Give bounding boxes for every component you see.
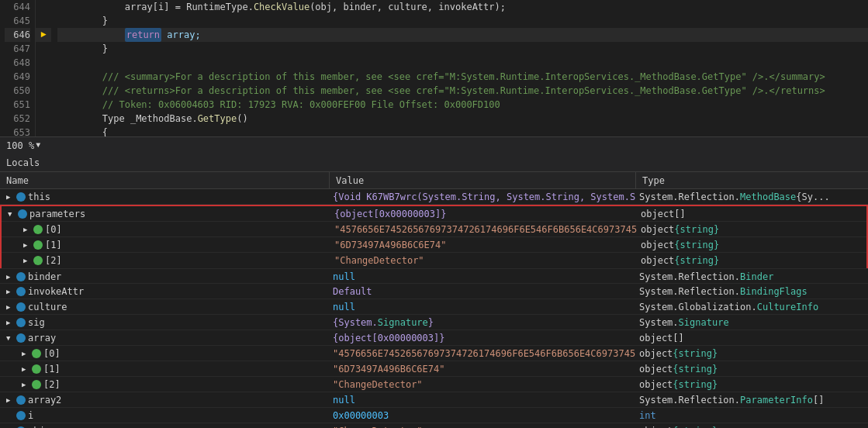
code-content: array[i] = RuntimeType.CheckValue(obj, b…: [51, 0, 868, 136]
expand-arrow[interactable]: ▶: [6, 396, 14, 404]
expand-arrow[interactable]: ▶: [6, 288, 14, 295]
expand-arrow[interactable]: ▶: [6, 319, 14, 326]
name-cell: ▶ [2]: [2, 253, 331, 268]
type-cell: object {string}: [636, 377, 868, 392]
arrow-column: ►: [36, 0, 51, 136]
variable-name: parameters: [29, 209, 85, 219]
type-cell: object {string}: [638, 237, 866, 253]
variable-name: [0]: [45, 224, 62, 235]
name-cell: ▶ invokeAttr: [0, 284, 330, 299]
variable-name: sig: [28, 317, 45, 328]
line-num-652: 652: [5, 112, 30, 126]
locals-panel: Locals Name Value Type ▶ this {Void K67W…: [0, 154, 868, 428]
table-row[interactable]: ▼ array {object[0x00000003]} object[]: [0, 330, 868, 346]
value-cell[interactable]: Default: [330, 284, 636, 299]
expand-arrow[interactable]: ▶: [22, 350, 29, 357]
table-row[interactable]: ▶ [0] "4576656E74526567697374726174696F6…: [2, 222, 866, 237]
type-cell: object[]: [638, 206, 866, 222]
name-cell: ▶ array2: [0, 392, 330, 408]
code-editor: 644 645 646 647 648 649 650 651 652 653 …: [0, 0, 868, 154]
expand-arrow[interactable]: ▶: [23, 226, 31, 233]
type-cell: object {string}: [636, 346, 868, 361]
expand-arrow[interactable]: ▶: [23, 257, 31, 264]
value-cell[interactable]: null: [330, 299, 636, 315]
table-row[interactable]: ▶ [1] "6D73497A496B6C6E74" object {strin…: [2, 237, 866, 253]
code-line-652: Type _MethodBase.GetType(): [57, 112, 868, 126]
value-cell[interactable]: "4576656E74526567697374726174696F6E546F6…: [331, 222, 638, 237]
line-num-648: 648: [5, 56, 30, 70]
table-row[interactable]: ▶ binder null System.Reflection.Binder: [0, 268, 868, 284]
current-line-arrow: ►: [40, 29, 46, 40]
line-num-644: 644: [5, 0, 30, 14]
value-cell[interactable]: "4576656E74526567697374726174696F6E546F6…: [330, 346, 636, 361]
table-row[interactable]: ▶ [2] "ChangeDetector" object {string}: [0, 377, 868, 392]
type-cell: object {string}: [638, 253, 866, 268]
variable-icon: [16, 411, 26, 420]
table-row[interactable]: ▶ sig {System.Signature} System.Signatur…: [0, 315, 868, 330]
name-cell: ▶ culture: [0, 299, 330, 315]
type-cell: System.Reflection.Binder: [636, 269, 868, 285]
variable-icon: [16, 272, 26, 281]
type-cell: object {string}: [636, 361, 868, 377]
expand-arrow[interactable]: ▶: [6, 273, 14, 281]
locals-body: ▶ this {Void K67WB7wrc(System.String, Sy…: [0, 189, 868, 428]
expand-arrow[interactable]: ▶: [22, 365, 29, 373]
expand-arrow[interactable]: ▶: [23, 241, 31, 249]
expand-arrow[interactable]: ▶: [22, 381, 29, 388]
table-row[interactable]: i 0x00000003 int: [0, 408, 868, 423]
expand-arrow[interactable]: ▶: [6, 303, 14, 311]
variable-icon: [16, 318, 26, 327]
variable-name: invokeAttr: [28, 286, 84, 297]
expand-arrow[interactable]: ▼: [6, 334, 14, 342]
value-cell[interactable]: null: [330, 269, 636, 285]
type-cell: object {string}: [638, 222, 866, 237]
value-cell[interactable]: "6D73497A496B6C6E74": [331, 237, 638, 253]
table-row[interactable]: ▶ [0] "4576656E74526567697374726174696F6…: [0, 346, 868, 361]
expand-arrow[interactable]: ▶: [6, 193, 14, 201]
variable-name: binder: [28, 271, 61, 282]
type-cell: System.Reflection.BindingFlags: [636, 284, 868, 299]
variable-icon: [33, 225, 43, 234]
line-num-647: 647: [5, 42, 30, 56]
table-row[interactable]: ▶ obj "ChangeDetector" object {string}: [0, 423, 868, 428]
variable-icon: [32, 380, 41, 389]
type-cell: System.Reflection.ParameterInfo[]: [636, 392, 868, 408]
table-row[interactable]: ▶ this {Void K67WB7wrc(System.String, Sy…: [0, 189, 868, 205]
table-row[interactable]: ▶ [2] "ChangeDetector" object {string}: [2, 253, 866, 268]
expand-arrow[interactable]: ▼: [8, 210, 16, 218]
table-row[interactable]: ▶ array2 null System.Reflection.Paramete…: [0, 392, 868, 408]
type-cell: System.Signature: [636, 315, 868, 330]
variable-icon: [18, 209, 27, 219]
value-cell[interactable]: "ChangeDetector": [331, 253, 638, 268]
value-cell[interactable]: {Void K67WB7wrc(System.String, System.St…: [330, 189, 636, 205]
value-cell[interactable]: "ChangeDetector": [330, 423, 636, 428]
code-line-646: return array;: [57, 28, 868, 42]
variable-name: array: [28, 333, 56, 343]
value-cell[interactable]: null: [330, 392, 636, 408]
line-num-645: 645: [5, 14, 30, 28]
table-row[interactable]: ▶ [1] "6D73497A496B6C6E74" object {strin…: [0, 361, 868, 377]
variable-icon: [16, 287, 26, 296]
value-cell[interactable]: {object[0x00000003]}: [330, 330, 636, 346]
value-cell[interactable]: "6D73497A496B6C6E74": [330, 361, 636, 377]
table-row[interactable]: ▶ invokeAttr Default System.Reflection.B…: [0, 284, 868, 299]
type-cell: System.Globalization.CultureInfo: [636, 299, 868, 315]
value-cell[interactable]: {System.Signature}: [330, 315, 636, 330]
code-line-650: /// <returns>For a description of this m…: [57, 84, 868, 98]
col-header-type: Type: [636, 172, 868, 189]
code-line-645: }: [57, 14, 868, 28]
zoom-value: 100 %: [6, 140, 34, 151]
variable-icon: [16, 395, 26, 405]
variable-name: [1]: [45, 240, 62, 250]
value-cell[interactable]: "ChangeDetector": [330, 377, 636, 392]
variable-name: this: [28, 192, 50, 202]
table-row[interactable]: ▼ parameters {object[0x00000003]} object…: [2, 206, 866, 222]
name-cell: ▶ sig: [0, 315, 330, 330]
line-num-649: 649: [5, 70, 30, 84]
value-cell[interactable]: {object[0x00000003]}: [331, 206, 638, 222]
zoom-bar: 100 % ▼: [0, 136, 868, 154]
zoom-dropdown-icon[interactable]: ▼: [36, 141, 40, 150]
code-line-653: {: [57, 126, 868, 136]
value-cell[interactable]: 0x00000003: [330, 408, 636, 423]
table-row[interactable]: ▶ culture null System.Globalization.Cult…: [0, 299, 868, 315]
